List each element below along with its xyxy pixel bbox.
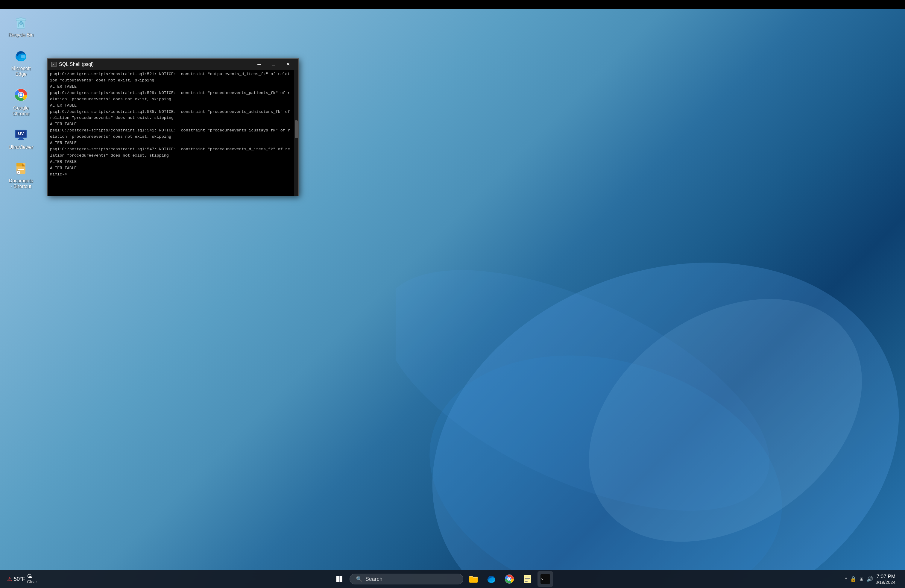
svg-rect-20: [18, 168, 24, 168]
desktop-icon-chrome[interactable]: Google Chrome: [6, 85, 36, 118]
desktop-icon-recycle-bin[interactable]: ♻ Recycle Bin: [6, 12, 36, 40]
chrome-icon: [13, 87, 29, 103]
tray-chevron-icon[interactable]: ^: [845, 577, 847, 582]
svg-rect-33: [337, 579, 340, 582]
terminal-output[interactable]: psql:C:/postgres-scripts/constraint.sql:…: [48, 70, 294, 196]
weather-icon-display: 🌤: [27, 574, 37, 580]
chrome-taskbar-icon: [505, 574, 514, 584]
svg-rect-44: [525, 580, 529, 580]
documents-label: Documents - Shortcut: [8, 178, 34, 189]
svg-rect-43: [525, 578, 530, 579]
clock-date: 3/19/2024: [875, 580, 895, 585]
taskbar-app-terminal[interactable]: >_: [538, 571, 553, 587]
tray-volume-icon[interactable]: 🔊: [866, 576, 873, 582]
svg-rect-2: [19, 17, 23, 19]
weather-status: Clear: [27, 580, 37, 584]
svg-rect-31: [337, 576, 340, 579]
svg-text:UV: UV: [18, 131, 24, 136]
windows-logo: [336, 575, 343, 583]
notepad-taskbar-icon: [522, 574, 532, 584]
svg-point-27: [396, 211, 905, 570]
svg-point-30: [396, 220, 803, 560]
svg-point-12: [19, 94, 22, 96]
svg-rect-42: [525, 577, 530, 577]
svg-text:>_: >_: [541, 577, 546, 581]
desktop-icon-ultraviewer[interactable]: UV UltraViewer: [6, 124, 36, 152]
ultraviewer-label: UltraViewer: [9, 144, 33, 150]
svg-point-28: [401, 318, 810, 570]
desktop-icon-edge[interactable]: Microsoft Edge: [6, 46, 36, 79]
taskbar-center: 🔍 Search: [44, 571, 840, 587]
weather-temp: 50°F: [14, 576, 25, 582]
window-controls: ─ □ ✕: [252, 60, 295, 69]
terminal-taskbar-icon: >_: [540, 574, 550, 584]
svg-rect-34: [340, 579, 342, 582]
documents-icon: ↗: [13, 160, 29, 176]
svg-rect-16: [17, 139, 24, 140]
sql-shell-window: >_ SQL Shell (psql) ─ □ ✕ psql:C:/postgr…: [47, 58, 298, 196]
desktop-icon-documents[interactable]: ↗ Documents - Shortcut: [6, 158, 36, 191]
search-bar[interactable]: 🔍 Search: [349, 574, 463, 585]
wallpaper-swirl: [396, 211, 905, 570]
scrollbar[interactable]: [294, 70, 298, 196]
show-desktop-button[interactable]: [898, 572, 900, 586]
taskbar-left: ⚠ 50°F 🌤 Clear: [0, 572, 44, 585]
weather-alert-icon: ⚠: [7, 576, 12, 582]
edge-taskbar-icon: [487, 574, 496, 584]
system-tray: ^ 🔒 ⊞ 🔊: [845, 576, 873, 582]
desktop: ♻ Recycle Bin: [0, 0, 905, 588]
ultraviewer-icon: UV: [13, 126, 29, 143]
svg-point-40: [508, 578, 510, 580]
taskbar-app-notepad[interactable]: [519, 571, 535, 587]
svg-rect-45: [525, 581, 528, 582]
search-label: Search: [365, 576, 383, 582]
window-title-text: SQL Shell (psql): [59, 62, 252, 67]
weather-widget[interactable]: ⚠ 50°F 🌤 Clear: [5, 572, 40, 585]
svg-rect-15: [19, 138, 23, 139]
maximize-button[interactable]: □: [267, 60, 280, 69]
svg-rect-19: [16, 163, 22, 167]
taskbar-app-files[interactable]: [466, 571, 481, 587]
svg-text:>_: >_: [52, 63, 56, 66]
svg-text:♻: ♻: [19, 21, 23, 26]
taskbar-right: ^ 🔒 ⊞ 🔊 7:07 PM 3/19/2024: [840, 572, 905, 586]
top-bar: [0, 0, 905, 9]
taskbar: ⚠ 50°F 🌤 Clear 🔍: [0, 570, 905, 588]
svg-rect-32: [340, 576, 342, 579]
start-button[interactable]: [332, 571, 347, 587]
desktop-icons: ♻ Recycle Bin: [6, 12, 36, 191]
sql-shell-icon: >_: [51, 62, 57, 67]
clock-time: 7:07 PM: [875, 574, 895, 580]
svg-text:↗: ↗: [17, 171, 19, 174]
svg-point-29: [543, 249, 905, 570]
svg-point-8: [21, 55, 25, 58]
files-icon: [468, 574, 478, 584]
svg-rect-41: [524, 575, 531, 583]
taskbar-app-chrome[interactable]: [502, 571, 517, 587]
minimize-button[interactable]: ─: [252, 60, 266, 69]
taskbar-app-edge[interactable]: [484, 571, 499, 587]
tray-network-icon[interactable]: 🔒: [850, 576, 856, 582]
chrome-label: Google Chrome: [8, 105, 34, 116]
recycle-bin-icon: ♻: [13, 14, 29, 30]
recycle-bin-label: Recycle Bin: [8, 32, 33, 38]
window-titlebar[interactable]: >_ SQL Shell (psql) ─ □ ✕: [48, 59, 298, 70]
search-icon: 🔍: [356, 576, 362, 582]
edge-label: Microsoft Edge: [8, 65, 34, 77]
tray-taskview-icon[interactable]: ⊞: [859, 576, 864, 582]
svg-rect-21: [18, 169, 24, 170]
window-content: psql:C:/postgres-scripts/constraint.sql:…: [48, 70, 298, 196]
close-button[interactable]: ✕: [281, 60, 295, 69]
scrollbar-thumb[interactable]: [295, 120, 298, 138]
clock[interactable]: 7:07 PM 3/19/2024: [875, 574, 895, 585]
edge-icon: [13, 47, 29, 64]
